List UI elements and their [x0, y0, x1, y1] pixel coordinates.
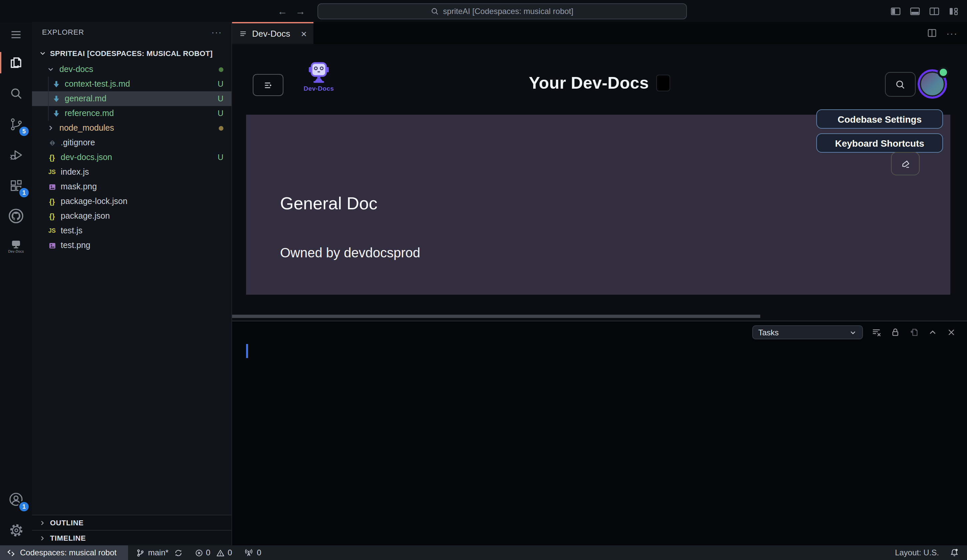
chevron-down-icon [849, 328, 857, 336]
file-tree: dev-docs context-test.js.md U general.md… [32, 62, 231, 253]
more-actions-icon[interactable]: ··· [946, 28, 958, 38]
codebase-settings-button[interactable]: Codebase Settings [816, 109, 943, 128]
git-status-badge: U [218, 153, 223, 162]
hamburger-icon [10, 29, 22, 41]
menu-button[interactable] [0, 22, 32, 47]
json-icon: {} [47, 153, 57, 161]
missing-emoji-glyph [656, 75, 670, 91]
output-channel-select[interactable]: Tasks [752, 325, 863, 339]
close-panel-icon[interactable] [946, 327, 956, 337]
run-debug-button[interactable] [0, 139, 32, 170]
file-label: node_modules [59, 124, 219, 133]
branch-status[interactable]: main* [136, 548, 182, 557]
github-button[interactable] [0, 201, 32, 231]
md-icon [51, 80, 61, 88]
sync-icon[interactable] [174, 548, 182, 557]
file-label: general.md [65, 94, 218, 103]
explorer-more-actions[interactable]: ··· [211, 27, 222, 37]
layout-indicator[interactable]: Layout: U.S. [895, 548, 939, 557]
error-count: 0 [206, 548, 210, 557]
close-icon[interactable]: × [301, 29, 307, 39]
devdocs-icon: Dev-Docs [8, 240, 24, 253]
back-icon[interactable]: ← [277, 5, 287, 16]
source-control-button[interactable]: 5 [0, 109, 32, 139]
customize-layout-icon[interactable] [948, 6, 959, 16]
maximize-panel-icon[interactable] [927, 327, 938, 337]
json-icon: {} [47, 197, 57, 205]
bell-icon[interactable] [950, 548, 959, 557]
accounts-button[interactable]: 1 [0, 484, 32, 515]
chevron-down-icon [39, 49, 47, 57]
tree-row[interactable]: {} dev-docs.json U [32, 150, 231, 165]
clear-output-icon[interactable] [871, 327, 882, 337]
explorer-button[interactable] [0, 47, 32, 78]
tree-row[interactable]: mask.png [32, 180, 231, 194]
bottom-panel: Tasks [232, 321, 967, 545]
tree-row[interactable]: context-test.js.md U [32, 77, 231, 91]
webview-search-button[interactable] [885, 72, 916, 97]
search-placeholder: spriteAI [Codespaces: musical robot] [443, 7, 574, 16]
file-label: mask.png [61, 182, 223, 191]
tree-row[interactable]: test.png [32, 238, 231, 253]
doc-heading: General Doc [280, 193, 378, 214]
file-label: context-test.js.md [65, 79, 218, 89]
explorer-sidebar: EXPLORER ··· SPRITEAI [CODESPACES: MUSIC… [32, 22, 232, 545]
split-editor-icon[interactable] [927, 28, 937, 38]
file-label: package.json [61, 211, 223, 221]
output-text-cursor [246, 344, 248, 358]
tree-row[interactable]: {} package.json [32, 209, 231, 223]
warning-count: 0 [228, 548, 232, 557]
tree-row[interactable]: general.md U [32, 91, 231, 106]
file-label: package-lock.json [61, 197, 223, 206]
tree-row[interactable]: JS test.js [32, 223, 231, 238]
doc-owner: Owned by devdocsprod [280, 245, 420, 261]
git-branch-icon [136, 548, 145, 557]
open-output-in-editor-icon[interactable] [909, 327, 919, 337]
keyboard-shortcuts-button[interactable]: Keyboard Shortcuts [816, 133, 943, 153]
tree-row[interactable]: {} package-lock.json [32, 194, 231, 209]
tree-row[interactable]: JS index.js [32, 165, 231, 180]
search-icon [895, 79, 906, 90]
ports-status[interactable]: 0 [244, 548, 261, 557]
tab-dev-docs[interactable]: Dev-Docs × [232, 22, 314, 44]
horizontal-scrollbar[interactable] [232, 315, 760, 318]
sidebar-section-header[interactable]: OUTLINE [32, 515, 231, 530]
js-icon: JS [47, 227, 57, 234]
forward-icon[interactable]: → [295, 5, 305, 16]
tree-row[interactable]: dev-docs [32, 62, 231, 77]
lock-icon[interactable] [890, 327, 900, 337]
toggle-secondary-sidebar-icon[interactable] [929, 6, 940, 16]
workspace-root-row[interactable]: SPRITEAI [CODESPACES: MUSICAL ROBOT] [32, 46, 231, 61]
tree-row[interactable]: reference.md U [32, 106, 231, 121]
git-status-badge: U [218, 109, 223, 118]
remote-indicator[interactable]: Codespaces: musical robot [0, 545, 128, 560]
tree-row[interactable]: .gitignore [32, 135, 231, 150]
title-bar: ← → spriteAI [Codespaces: musical robot] [0, 0, 967, 22]
explorer-title: EXPLORER [42, 28, 84, 36]
avatar[interactable] [917, 69, 947, 99]
json-icon: {} [47, 212, 57, 220]
image-icon [47, 241, 57, 250]
sidebar-section-header[interactable]: TIMELINE [32, 530, 231, 545]
output-channel-value: Tasks [758, 328, 779, 337]
debug-icon [8, 147, 24, 162]
file-label: dev-docs [59, 65, 219, 74]
chevron-right-icon [39, 534, 46, 542]
settings-button[interactable] [0, 515, 32, 545]
git-status-badge: U [218, 94, 223, 103]
editor-region: Dev-Docs × ··· [232, 22, 967, 545]
gear-icon [8, 522, 24, 538]
problems-status[interactable]: 0 0 [195, 548, 232, 557]
file-label: reference.md [65, 109, 218, 118]
extensions-button[interactable]: 1 [0, 170, 32, 201]
search-button[interactable] [0, 78, 32, 109]
branch-label: main* [148, 548, 168, 557]
activity-bar: 5 1 Dev-Docs [0, 22, 32, 545]
command-center-search[interactable]: spriteAI [Codespaces: musical robot] [317, 3, 687, 19]
toggle-sidebar-icon[interactable] [890, 6, 901, 16]
devdocs-extension-button[interactable]: Dev-Docs [0, 231, 32, 262]
git-status-badge: U [218, 79, 223, 89]
tree-row[interactable]: node_modules [32, 121, 231, 135]
edit-button[interactable] [891, 152, 920, 175]
toggle-panel-icon[interactable] [910, 6, 920, 16]
